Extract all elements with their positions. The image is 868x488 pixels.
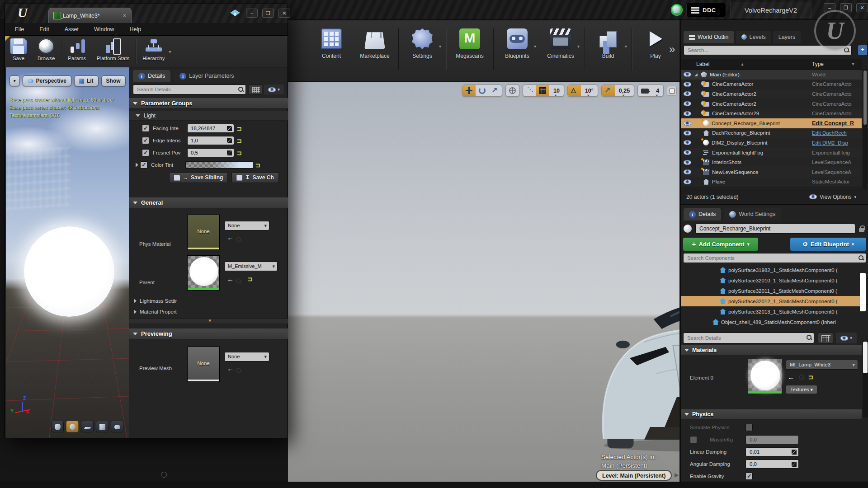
maximize-button[interactable]: ❐ (262, 9, 274, 18)
scale-snap-toggle[interactable] (602, 85, 615, 96)
actor-label[interactable]: DIM2_Display_Blueprint (712, 140, 767, 145)
level-indicator-button[interactable]: Level: Main (Persistent) (596, 470, 672, 481)
tab-layers[interactable]: Layers (773, 31, 801, 43)
actor-label[interactable]: CineCameraActor2 (712, 101, 756, 107)
display-filter-button[interactable]: ▾ (264, 84, 284, 94)
outliner-row[interactable]: PlaneStaticMeshActor (681, 177, 862, 187)
chevron-down-icon[interactable]: ▾ (577, 44, 580, 49)
spinner-icon[interactable] (792, 450, 797, 455)
menu-asset[interactable]: Asset (65, 26, 79, 33)
tab-details[interactable]: i Details (133, 70, 170, 82)
menu-file[interactable]: File (15, 26, 24, 33)
textures-button[interactable]: Textures ▾ (786, 385, 817, 394)
close-tab-icon[interactable]: ✕ (123, 13, 127, 19)
chevron-down-icon[interactable]: ▾ (439, 44, 441, 49)
ddc-indicator[interactable]: DDC (686, 3, 726, 17)
mi-toolbar-hierarchy[interactable]: ▾Hierarchy (137, 38, 170, 61)
color-tint-swatch[interactable] (185, 161, 253, 169)
actor-label[interactable]: InteriorShots (712, 160, 741, 165)
actor-type[interactable]: Edit DachRech (812, 130, 847, 136)
light-group-header[interactable]: Light (129, 111, 288, 121)
toolbar-item-cinematics[interactable]: ▾Cinematics (539, 28, 582, 59)
eye-icon[interactable] (684, 91, 691, 96)
component-label[interactable]: polySurface32010_1_StaticMeshComponent0 … (728, 278, 838, 283)
component-row[interactable]: polySurface32010_1_StaticMeshComponent0 … (681, 275, 862, 286)
eye-icon[interactable] (684, 179, 691, 184)
eye-icon[interactable] (684, 169, 691, 174)
material-property-row[interactable]: Material Propert (129, 307, 288, 317)
component-row[interactable]: polySurface32011_1_StaticMeshComponent0 … (681, 286, 862, 296)
component-row[interactable]: polySurface32012_1_StaticMeshComponent0 … (681, 296, 862, 306)
override-checkbox[interactable] (142, 137, 149, 144)
parent-dropdown[interactable]: M_Emissive_M (224, 262, 278, 271)
perspective-button[interactable]: Perspective (23, 75, 71, 86)
toolbar-item-blueprints[interactable]: ▾Blueprints (495, 28, 539, 59)
fresnel-power-field[interactable]: 0,5 (187, 148, 234, 157)
mi-toolbar-params[interactable]: Params (62, 38, 91, 61)
grid-snap-toggle[interactable] (536, 85, 549, 96)
browse-icon[interactable] (236, 367, 241, 373)
spin-field[interactable]: 0,0 (745, 460, 799, 469)
tab-levels[interactable]: Levels (736, 31, 771, 43)
eye-icon[interactable] (684, 72, 691, 77)
menu-window[interactable]: Window (94, 26, 114, 33)
actor-label[interactable]: CineCameraActor2 (712, 91, 756, 97)
outliner-row[interactable]: Concept_Recharge_BlueprintEdit Concept_R (681, 118, 862, 128)
plane-preview-button[interactable] (81, 421, 94, 432)
tutorial-icon[interactable] (230, 9, 240, 17)
override-checkbox[interactable] (142, 125, 149, 132)
rotation-snap-toggle[interactable] (568, 85, 581, 96)
browse-icon[interactable] (236, 278, 241, 284)
facing-intensity-field[interactable]: 18,264847 (187, 124, 234, 133)
reset-icon[interactable]: ⊐ (237, 150, 242, 156)
component-label[interactable]: polySurface32011_1_StaticMeshComponent0 … (728, 288, 837, 294)
column-type[interactable]: Type (812, 61, 824, 67)
custom-mesh-preview-button[interactable] (111, 421, 123, 432)
eye-icon[interactable] (684, 140, 691, 145)
view-options-button[interactable]: View Options ▾ (807, 194, 856, 200)
outliner-row[interactable]: DachRecharge_BlueprintEdit DachRech (681, 128, 862, 138)
surface-snap-toggle[interactable] (523, 85, 536, 96)
parameter-groups-header[interactable]: Parameter Groups (129, 98, 288, 109)
expander-icon[interactable]: ◢ (694, 72, 699, 77)
close-button[interactable]: ✕ (856, 3, 868, 12)
phys-material-thumbnail[interactable]: None (187, 215, 220, 250)
camera-speed-button[interactable] (638, 85, 652, 96)
lock-icon[interactable] (859, 225, 864, 232)
parent-thumbnail[interactable] (187, 255, 220, 291)
close-button[interactable]: ✕ (278, 9, 290, 18)
source-control-status-icon[interactable] (671, 4, 683, 16)
lightmass-settings-row[interactable]: Lightmass Settir (129, 296, 288, 306)
add-component-button[interactable]: + Add Component ▾ (683, 238, 758, 251)
checkbox[interactable] (745, 473, 753, 480)
outliner-row[interactable]: CineCameraActor29CineCameraActo (681, 108, 862, 118)
level-viewport[interactable]: VOLVO 10 10° (288, 82, 679, 482)
actor-label[interactable]: Main (Editor) (710, 72, 740, 77)
reset-icon[interactable]: ⊐ (255, 162, 260, 169)
use-selected-icon[interactable]: ← (227, 234, 234, 241)
outliner-row[interactable]: InteriorShotsLevelSequenceA (681, 157, 862, 167)
reset-icon[interactable]: ⊐ (237, 137, 242, 144)
chevron-down-icon[interactable]: ▾ (534, 44, 536, 49)
actor-label[interactable]: CineCameraActor29 (712, 111, 759, 116)
outliner-row[interactable]: CineCameraActor2CineCameraActo (681, 89, 862, 99)
eye-icon[interactable] (684, 131, 691, 136)
display-filter-button[interactable]: ▾ (836, 333, 857, 343)
maximize-viewport-button[interactable] (667, 86, 677, 96)
outliner-row[interactable]: ExponentialHeightFogExponentialHeig (681, 148, 862, 158)
menu-help[interactable]: Help (129, 26, 141, 33)
details-scrollbar[interactable] (863, 341, 868, 418)
save-sibling-button[interactable]: → Save Sibling (169, 172, 228, 183)
eye-icon[interactable] (684, 101, 691, 106)
move-tool[interactable] (462, 85, 476, 96)
use-selected-icon[interactable]: ← (788, 373, 794, 381)
material-thumbnail[interactable] (748, 359, 782, 394)
scale-snap-value[interactable]: 0,25 (615, 85, 634, 96)
rotate-tool[interactable] (476, 85, 489, 96)
column-label[interactable]: Label (696, 61, 709, 67)
override-checkbox[interactable] (142, 149, 149, 156)
mass-field[interactable]: 0,0 (745, 435, 799, 444)
previewing-section-header[interactable]: Previewing (129, 328, 288, 339)
actor-label[interactable]: DachRecharge_Blueprint (712, 130, 770, 136)
component-row[interactable]: polySurface32013_1_StaticMeshComponent0 … (681, 306, 862, 317)
